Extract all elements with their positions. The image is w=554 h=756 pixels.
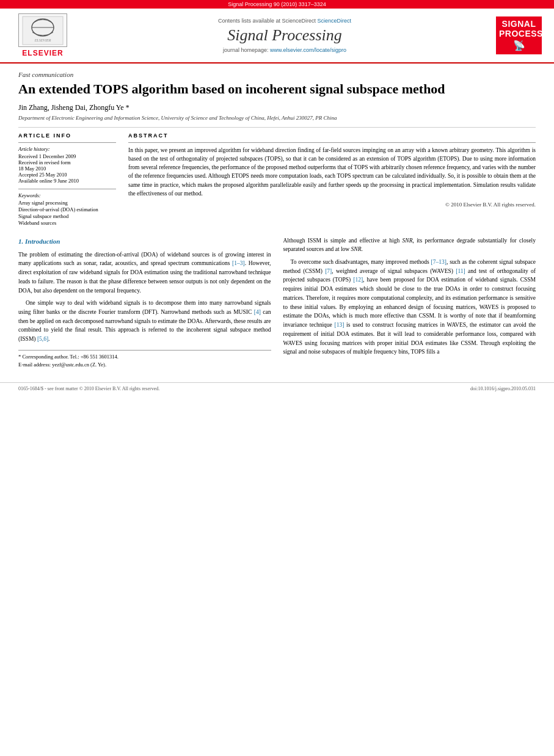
body-col-left: 1. Introduction The problem of estimatin… — [18, 236, 271, 369]
elsevier-logo-image: ELSEVIER — [18, 13, 67, 47]
issn-text: 0165-1684/$ - see front matter © 2010 El… — [18, 386, 159, 391]
homepage-link[interactable]: www.elsevier.com/locate/sigpro — [270, 47, 346, 53]
accepted-date: Accepted 25 May 2010 — [18, 172, 116, 178]
keywords-label: Keywords: — [18, 192, 116, 198]
journal-info-center: Contents lists available at ScienceDirec… — [73, 18, 496, 53]
history-section: Article history: Received 1 December 200… — [18, 142, 116, 184]
right-p1: Although ISSM is simple and effective at… — [283, 236, 536, 254]
info-abstract-row: Article Info Article history: Received 1… — [18, 133, 536, 227]
keywords-section: Keywords: Array signal processing Direct… — [18, 189, 116, 226]
signal-processing-badge: SIGNAL PROCESSING 📡 — [496, 16, 542, 54]
header-divider — [18, 127, 536, 128]
keyword-3: Signal subspace method — [18, 213, 116, 219]
keyword-2: Direction-of-arrival (DOA) estimation — [18, 206, 116, 213]
journal-reference-bar: Signal Processing 90 (2010) 3317–3324 — [0, 0, 554, 9]
homepage-line: journal homepage: www.elsevier.com/locat… — [86, 47, 484, 53]
badge-line2: PROCESSING — [499, 29, 539, 38]
doi-text: doi:10.1016/j.sigpro.2010.05.031 — [470, 386, 536, 391]
body-col-right: Although ISSM is simple and effective at… — [283, 236, 536, 369]
main-content: Fast communication An extended TOPS algo… — [0, 64, 554, 376]
abstract-panel: Abstract In this paper, we present an im… — [128, 133, 536, 227]
intro-p1: The problem of estimating the direction-… — [18, 250, 271, 296]
sciencedirect-link[interactable]: ScienceDirect — [318, 18, 352, 24]
history-label: Article history: — [18, 146, 116, 152]
body-two-col: 1. Introduction The problem of estimatin… — [18, 236, 536, 369]
affiliation: Department of Electronic Engineering and… — [18, 115, 536, 121]
journal-reference-text: Signal Processing 90 (2010) 3317–3324 — [228, 1, 326, 7]
paper-title: An extended TOPS algorithm based on inco… — [18, 81, 536, 98]
elsevier-wordmark: ELSEVIER — [22, 49, 63, 57]
footnote-corresponding: * Corresponding author. Tel.: +86 551 36… — [18, 353, 271, 361]
journal-header: ELSEVIER ELSEVIER Contents lists availab… — [0, 9, 554, 64]
footnote-email: E-mail address: yezf@ustc.edu.cn (Z. Ye)… — [18, 361, 271, 369]
right-p2: To overcome such disadvantages, many imp… — [283, 258, 536, 357]
abstract-content: In this paper, we present an improved al… — [128, 142, 536, 208]
body-section: 1. Introduction The problem of estimatin… — [18, 236, 536, 369]
received1: Received 1 December 2009 — [18, 153, 116, 159]
footnote-area: * Corresponding author. Tel.: +86 551 36… — [18, 350, 271, 369]
copyright-line: © 2010 Elsevier B.V. All rights reserved… — [128, 202, 536, 208]
received2-date: 18 May 2010 — [18, 165, 116, 172]
article-info-panel: Article Info Article history: Received 1… — [18, 133, 116, 227]
svg-text:ELSEVIER: ELSEVIER — [34, 38, 51, 42]
journal-title: Signal Processing — [86, 26, 484, 45]
available-online: Available online 9 June 2010 — [18, 178, 116, 184]
badge-icon: 📡 — [499, 40, 539, 51]
abstract-text: In this paper, we present an improved al… — [128, 146, 536, 198]
elsevier-logo: ELSEVIER ELSEVIER — [12, 13, 73, 57]
article-type: Fast communication — [18, 71, 536, 78]
intro-p2: One simple way to deal with wideband sig… — [18, 299, 271, 344]
badge-line1: SIGNAL — [499, 20, 539, 29]
keyword-1: Array signal processing — [18, 200, 116, 206]
abstract-heading: Abstract — [128, 133, 536, 139]
contents-line: Contents lists available at ScienceDirec… — [86, 18, 484, 24]
intro-heading: 1. Introduction — [18, 236, 271, 247]
received2: Received in revised form — [18, 159, 116, 165]
bottom-bar: 0165-1684/$ - see front matter © 2010 El… — [0, 382, 554, 394]
authors: Jin Zhang, Jisheng Dai, Zhongfu Ye * — [18, 103, 536, 112]
keyword-4: Wideband sources — [18, 220, 116, 226]
article-info-heading: Article Info — [18, 133, 116, 139]
